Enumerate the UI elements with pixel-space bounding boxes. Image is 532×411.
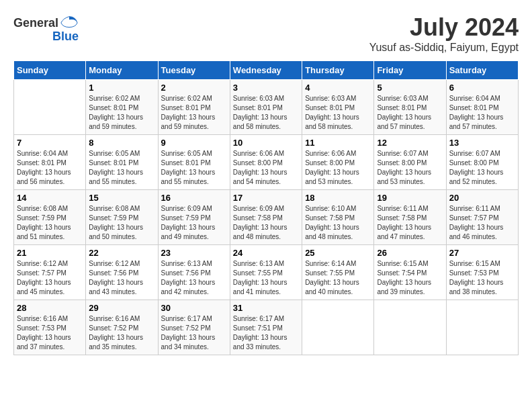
day-info: Sunrise: 6:15 AMSunset: 7:54 PMDaylight:… <box>377 259 443 297</box>
calendar-cell: 11 Sunrise: 6:06 AMSunset: 8:00 PMDaylig… <box>302 135 374 190</box>
day-number: 27 <box>449 248 515 258</box>
day-number: 15 <box>89 193 154 203</box>
day-info: Sunrise: 6:03 AMSunset: 8:01 PMDaylight:… <box>233 94 299 132</box>
day-number: 24 <box>233 248 299 258</box>
day-number: 28 <box>17 303 83 313</box>
logo-blue: Blue <box>52 30 79 44</box>
calendar-cell: 13 Sunrise: 6:07 AMSunset: 8:00 PMDaylig… <box>446 135 518 190</box>
day-info: Sunrise: 6:06 AMSunset: 8:00 PMDaylight:… <box>233 149 299 187</box>
calendar-cell: 2 Sunrise: 6:02 AMSunset: 8:01 PMDayligh… <box>158 80 230 135</box>
page-header: General Blue July 2024 Yusuf as-Siddiq, … <box>13 13 519 54</box>
calendar-cell: 31 Sunrise: 6:17 AMSunset: 7:51 PMDaylig… <box>230 300 302 355</box>
calendar-cell: 12 Sunrise: 6:07 AMSunset: 8:00 PMDaylig… <box>374 135 446 190</box>
calendar-cell <box>446 300 518 355</box>
day-number: 10 <box>233 138 299 148</box>
day-info: Sunrise: 6:14 AMSunset: 7:55 PMDaylight:… <box>305 259 371 297</box>
calendar-cell: 23 Sunrise: 6:13 AMSunset: 7:56 PMDaylig… <box>158 245 230 300</box>
calendar-cell: 22 Sunrise: 6:12 AMSunset: 7:56 PMDaylig… <box>86 245 158 300</box>
logo-general: General <box>13 16 58 30</box>
day-header-friday: Friday <box>374 61 446 80</box>
calendar-cell: 4 Sunrise: 6:03 AMSunset: 8:01 PMDayligh… <box>302 80 374 135</box>
day-info: Sunrise: 6:16 AMSunset: 7:52 PMDaylight:… <box>89 314 154 352</box>
day-info: Sunrise: 6:09 AMSunset: 7:58 PMDaylight:… <box>233 204 299 242</box>
day-number: 12 <box>377 138 443 148</box>
calendar-cell: 3 Sunrise: 6:03 AMSunset: 8:01 PMDayligh… <box>230 80 302 135</box>
calendar-cell: 21 Sunrise: 6:12 AMSunset: 7:57 PMDaylig… <box>14 245 86 300</box>
day-info: Sunrise: 6:16 AMSunset: 7:53 PMDaylight:… <box>17 314 83 352</box>
calendar-cell: 7 Sunrise: 6:04 AMSunset: 8:01 PMDayligh… <box>14 135 86 190</box>
day-info: Sunrise: 6:07 AMSunset: 8:00 PMDaylight:… <box>377 149 443 187</box>
calendar-cell: 27 Sunrise: 6:15 AMSunset: 7:53 PMDaylig… <box>446 245 518 300</box>
day-number: 21 <box>17 248 83 258</box>
day-number: 30 <box>161 303 227 313</box>
day-number: 14 <box>17 193 83 203</box>
day-info: Sunrise: 6:05 AMSunset: 8:01 PMDaylight:… <box>161 149 227 187</box>
day-number: 16 <box>161 193 227 203</box>
day-number: 17 <box>233 193 299 203</box>
calendar-cell <box>14 80 86 135</box>
day-number: 26 <box>377 248 443 258</box>
day-info: Sunrise: 6:17 AMSunset: 7:51 PMDaylight:… <box>233 314 299 352</box>
calendar-cell: 29 Sunrise: 6:16 AMSunset: 7:52 PMDaylig… <box>86 300 158 355</box>
calendar-cell: 1 Sunrise: 6:02 AMSunset: 8:01 PMDayligh… <box>86 80 158 135</box>
calendar-cell: 5 Sunrise: 6:03 AMSunset: 8:01 PMDayligh… <box>374 80 446 135</box>
calendar-cell <box>302 300 374 355</box>
day-number: 3 <box>233 83 299 93</box>
calendar-cell: 17 Sunrise: 6:09 AMSunset: 7:58 PMDaylig… <box>230 190 302 245</box>
day-info: Sunrise: 6:05 AMSunset: 8:01 PMDaylight:… <box>89 149 154 187</box>
day-number: 22 <box>89 248 154 258</box>
day-number: 4 <box>305 83 371 93</box>
week-row-1: 1 Sunrise: 6:02 AMSunset: 8:01 PMDayligh… <box>14 80 519 135</box>
day-header-saturday: Saturday <box>446 61 518 80</box>
calendar-cell: 8 Sunrise: 6:05 AMSunset: 8:01 PMDayligh… <box>86 135 158 190</box>
day-number: 7 <box>17 138 83 148</box>
calendar-cell: 19 Sunrise: 6:11 AMSunset: 7:58 PMDaylig… <box>374 190 446 245</box>
days-header-row: SundayMondayTuesdayWednesdayThursdayFrid… <box>14 61 519 80</box>
location-title: Yusuf as-Siddiq, Faiyum, Egypt <box>369 42 519 54</box>
calendar-cell: 6 Sunrise: 6:04 AMSunset: 8:01 PMDayligh… <box>446 80 518 135</box>
calendar-cell <box>374 300 446 355</box>
calendar-cell: 26 Sunrise: 6:15 AMSunset: 7:54 PMDaylig… <box>374 245 446 300</box>
title-section: July 2024 Yusuf as-Siddiq, Faiyum, Egypt <box>369 13 519 54</box>
day-header-sunday: Sunday <box>14 61 86 80</box>
day-number: 5 <box>377 83 443 93</box>
week-row-3: 14 Sunrise: 6:08 AMSunset: 7:59 PMDaylig… <box>14 190 519 245</box>
day-header-wednesday: Wednesday <box>230 61 302 80</box>
day-number: 13 <box>449 138 515 148</box>
day-number: 18 <box>305 193 371 203</box>
calendar-cell: 9 Sunrise: 6:05 AMSunset: 8:01 PMDayligh… <box>158 135 230 190</box>
day-info: Sunrise: 6:04 AMSunset: 8:01 PMDaylight:… <box>17 149 83 187</box>
day-header-thursday: Thursday <box>302 61 374 80</box>
calendar-cell: 16 Sunrise: 6:09 AMSunset: 7:59 PMDaylig… <box>158 190 230 245</box>
day-number: 19 <box>377 193 443 203</box>
day-info: Sunrise: 6:17 AMSunset: 7:52 PMDaylight:… <box>161 314 227 352</box>
day-info: Sunrise: 6:12 AMSunset: 7:56 PMDaylight:… <box>89 259 154 297</box>
day-number: 29 <box>89 303 154 313</box>
day-info: Sunrise: 6:13 AMSunset: 7:55 PMDaylight:… <box>233 259 299 297</box>
day-info: Sunrise: 6:03 AMSunset: 8:01 PMDaylight:… <box>377 94 443 132</box>
day-header-tuesday: Tuesday <box>158 61 230 80</box>
day-info: Sunrise: 6:15 AMSunset: 7:53 PMDaylight:… <box>449 259 515 297</box>
calendar-cell: 24 Sunrise: 6:13 AMSunset: 7:55 PMDaylig… <box>230 245 302 300</box>
day-info: Sunrise: 6:03 AMSunset: 8:01 PMDaylight:… <box>305 94 371 132</box>
calendar-cell: 14 Sunrise: 6:08 AMSunset: 7:59 PMDaylig… <box>14 190 86 245</box>
day-info: Sunrise: 6:07 AMSunset: 8:00 PMDaylight:… <box>449 149 515 187</box>
week-row-4: 21 Sunrise: 6:12 AMSunset: 7:57 PMDaylig… <box>14 245 519 300</box>
day-number: 23 <box>161 248 227 258</box>
day-info: Sunrise: 6:12 AMSunset: 7:57 PMDaylight:… <box>17 259 83 297</box>
day-number: 31 <box>233 303 299 313</box>
calendar-cell: 15 Sunrise: 6:08 AMSunset: 7:59 PMDaylig… <box>86 190 158 245</box>
day-info: Sunrise: 6:10 AMSunset: 7:58 PMDaylight:… <box>305 204 371 242</box>
logo: General Blue <box>13 13 79 44</box>
day-info: Sunrise: 6:04 AMSunset: 8:01 PMDaylight:… <box>449 94 515 132</box>
calendar-cell: 10 Sunrise: 6:06 AMSunset: 8:00 PMDaylig… <box>230 135 302 190</box>
calendar-table: SundayMondayTuesdayWednesdayThursdayFrid… <box>13 60 519 355</box>
day-number: 25 <box>305 248 371 258</box>
day-info: Sunrise: 6:08 AMSunset: 7:59 PMDaylight:… <box>17 204 83 242</box>
day-info: Sunrise: 6:08 AMSunset: 7:59 PMDaylight:… <box>89 204 154 242</box>
calendar-cell: 18 Sunrise: 6:10 AMSunset: 7:58 PMDaylig… <box>302 190 374 245</box>
day-number: 9 <box>161 138 227 148</box>
day-number: 20 <box>449 193 515 203</box>
day-number: 6 <box>449 83 515 93</box>
calendar-cell: 20 Sunrise: 6:11 AMSunset: 7:57 PMDaylig… <box>446 190 518 245</box>
